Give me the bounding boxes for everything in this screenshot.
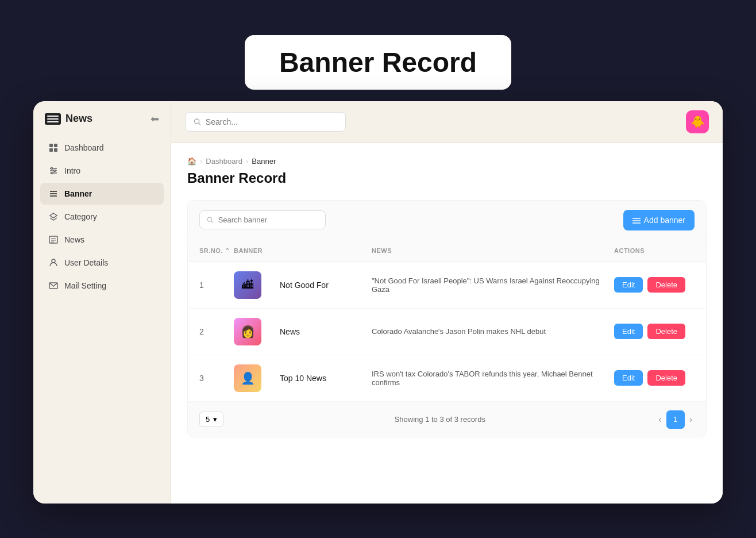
svg-rect-1 xyxy=(54,144,57,147)
col-actions: ACTIONS xyxy=(614,247,695,255)
breadcrumb: 🏠 › Dashboard › Banner xyxy=(187,157,707,166)
page-1-button[interactable]: 1 xyxy=(666,410,685,429)
sidebar-header: News ⬅ xyxy=(33,113,171,137)
sidebar-item-banner[interactable]: Banner xyxy=(40,183,164,205)
table-toolbar: Add banner xyxy=(188,201,706,240)
user-details-label: User Details xyxy=(64,258,108,267)
logo-icon xyxy=(45,113,61,125)
row-2-thumb: 👩 xyxy=(234,318,261,345)
row-1-thumb: 🏙 xyxy=(234,271,261,299)
table-search-box[interactable] xyxy=(199,210,326,229)
row-3-num: 3 xyxy=(199,374,234,383)
row-1-news: "Not Good For Israeli People": US Warns … xyxy=(372,276,614,294)
content-area: 🏠 › Dashboard › Banner Banner Record xyxy=(171,143,723,504)
sidebar-logo-text: News xyxy=(65,113,92,125)
svg-point-22 xyxy=(207,217,211,221)
row-2-edit-button[interactable]: Edit xyxy=(614,324,643,339)
mail-icon xyxy=(48,280,59,291)
svg-line-23 xyxy=(211,221,213,222)
row-2-thumb-img: 👩 xyxy=(234,318,261,345)
row-3-actions: Edit Delete xyxy=(614,370,695,386)
svg-point-9 xyxy=(52,172,53,174)
layers-icon xyxy=(48,212,59,222)
table-search-input[interactable] xyxy=(218,216,318,224)
avatar-button[interactable]: 🐥 xyxy=(686,110,709,133)
app-window: News ⬅ Dashboard xyxy=(33,101,723,504)
user-icon xyxy=(48,258,59,268)
window-title: Banner Record xyxy=(279,47,477,78)
svg-point-7 xyxy=(51,167,53,169)
table-header: SR.NO. ⌃ BANNER NEWS ACTIONS xyxy=(188,240,706,262)
row-3-banner: Top 10 News xyxy=(280,374,372,383)
prev-page-button[interactable]: ‹ xyxy=(656,414,664,425)
pagination-bar: 5 ▾ Showing 1 to 3 of 3 records ‹ 1 › xyxy=(188,402,706,437)
topbar: 🐥 xyxy=(171,101,723,143)
table-container: Add banner SR.NO. ⌃ BANNER NEWS ACTIONS xyxy=(187,200,707,437)
newspaper-icon xyxy=(48,235,59,245)
pagination-info: Showing 1 to 3 of 3 records xyxy=(395,415,485,424)
row-1-edit-button[interactable]: Edit xyxy=(614,277,643,293)
svg-point-20 xyxy=(194,118,199,123)
svg-point-8 xyxy=(54,170,56,171)
row-2-banner: News xyxy=(280,327,372,336)
col-banner-name xyxy=(280,247,372,255)
row-3-thumb-img: 👤 xyxy=(234,364,261,392)
sidebar-item-category[interactable]: Category xyxy=(40,206,164,228)
category-label: Category xyxy=(64,212,97,221)
content-title: Banner Record xyxy=(187,170,707,186)
sidebar-back-button[interactable]: ⬅ xyxy=(151,113,159,125)
add-banner-label: Add banner xyxy=(644,216,685,225)
svg-line-21 xyxy=(199,123,200,125)
svg-point-18 xyxy=(52,259,55,263)
page-title-banner: Banner Record xyxy=(245,35,511,90)
grid-icon xyxy=(48,143,59,153)
chevron-down-icon: ▾ xyxy=(213,415,217,424)
row-1-delete-button[interactable]: Delete xyxy=(647,277,685,293)
svg-rect-3 xyxy=(54,148,57,152)
sidebar-nav: Dashboard Intro xyxy=(33,137,171,297)
next-page-button[interactable]: › xyxy=(687,414,695,425)
dashboard-label: Dashboard xyxy=(64,143,104,152)
table-row: 3 👤 Top 10 News IRS won't tax Colorado's… xyxy=(188,355,706,402)
banner-label: Banner xyxy=(64,189,92,198)
col-banner: BANNER xyxy=(234,247,280,255)
sidebar: News ⬅ Dashboard xyxy=(33,101,171,504)
main-content: 🐥 🏠 › Dashboard › Banner Banner Record xyxy=(171,101,723,504)
svg-rect-0 xyxy=(49,144,53,147)
sidebar-logo: News xyxy=(45,113,92,125)
sliders-icon xyxy=(48,166,59,176)
sidebar-item-dashboard[interactable]: Dashboard xyxy=(40,137,164,159)
row-3-thumb: 👤 xyxy=(234,364,261,392)
row-2-actions: Edit Delete xyxy=(614,324,695,339)
per-page-select[interactable]: 5 ▾ xyxy=(199,412,223,427)
add-banner-button[interactable]: Add banner xyxy=(623,210,695,230)
row-2-news: Colorado Avalanche's Jason Polin makes N… xyxy=(372,327,614,336)
add-icon xyxy=(632,216,641,224)
row-2-num: 2 xyxy=(199,327,234,336)
row-3-edit-button[interactable]: Edit xyxy=(614,370,643,386)
avatar-emoji: 🐥 xyxy=(691,115,705,129)
breadcrumb-dashboard[interactable]: Dashboard xyxy=(206,157,242,166)
topbar-search-input[interactable] xyxy=(206,117,337,126)
col-news: NEWS xyxy=(372,247,614,255)
pagination-controls: ‹ 1 › xyxy=(656,410,695,429)
svg-marker-13 xyxy=(50,213,57,218)
news-label: News xyxy=(64,235,84,244)
topbar-search-box[interactable] xyxy=(185,112,346,132)
row-3-delete-button[interactable]: Delete xyxy=(647,370,685,386)
row-1-banner: Not Good For xyxy=(280,280,372,290)
row-1-actions: Edit Delete xyxy=(614,277,695,293)
sidebar-item-user-details[interactable]: User Details xyxy=(40,252,164,274)
sidebar-item-news[interactable]: News xyxy=(40,229,164,251)
row-2-delete-button[interactable]: Delete xyxy=(647,324,685,339)
search-icon xyxy=(194,118,201,126)
sidebar-item-intro[interactable]: Intro xyxy=(40,160,164,182)
table-row: 1 🏙 Not Good For "Not Good For Israeli P… xyxy=(188,262,706,309)
mail-setting-label: Mail Setting xyxy=(64,281,106,290)
list-icon xyxy=(48,189,59,199)
row-1-num: 1 xyxy=(199,280,234,290)
row-1-thumb-img: 🏙 xyxy=(234,271,261,299)
sidebar-item-mail-setting[interactable]: Mail Setting xyxy=(40,275,164,297)
intro-label: Intro xyxy=(64,166,80,175)
breadcrumb-banner: Banner xyxy=(252,157,276,166)
